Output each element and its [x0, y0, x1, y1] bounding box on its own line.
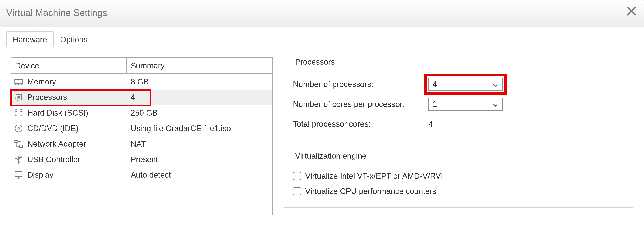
- device-summary: 8 GB: [127, 77, 272, 86]
- usb-icon: [13, 155, 24, 164]
- titlebar: Virtual Machine Settings: [0, 0, 644, 27]
- close-icon: [626, 6, 637, 17]
- device-row-cd[interactable]: CD/DVD (IDE)Using file QradarCE-file1.is…: [12, 121, 272, 136]
- device-summary: NAT: [127, 139, 272, 148]
- checkbox-virt-perf[interactable]: [293, 187, 301, 195]
- processors-group: Processors Number of processors: 4: [284, 57, 633, 143]
- label-virt-vtx[interactable]: Virtualize Intel VT-x/EPT or AMD-V/RVI: [305, 172, 443, 181]
- window-title: Virtual Machine Settings: [6, 4, 107, 18]
- device-row-memory[interactable]: Memory8 GB: [12, 74, 272, 90]
- tab-options[interactable]: Options: [54, 31, 94, 46]
- device-row-net[interactable]: Network AdapterNAT: [12, 136, 272, 152]
- device-name: CD/DVD (IDE): [27, 124, 78, 133]
- combo-num-processors-value: 4: [432, 80, 492, 89]
- label-num-processors: Number of processors:: [293, 80, 423, 89]
- combo-cores-value: 1: [432, 100, 492, 109]
- label-virt-perf[interactable]: Virtualize CPU performance counters: [305, 187, 436, 196]
- device-table-header: Device Summary: [12, 58, 272, 74]
- combo-cores[interactable]: 1: [428, 98, 502, 111]
- virt-engine-group: Virtualization engine Virtualize Intel V…: [284, 151, 633, 208]
- device-summary: Using file QradarCE-file1.iso: [127, 124, 272, 133]
- cd-icon: [13, 124, 24, 133]
- vm-settings-window: Virtual Machine Settings Hardware Option…: [0, 0, 644, 226]
- header-summary[interactable]: Summary: [127, 58, 272, 73]
- disk-icon: [13, 108, 24, 118]
- device-name: Hard Disk (SCSI): [27, 108, 88, 117]
- device-summary: Present: [127, 155, 272, 164]
- device-name: Display: [27, 170, 53, 180]
- device-row-display[interactable]: DisplayAuto detect: [12, 167, 272, 183]
- combo-num-processors[interactable]: 4: [428, 78, 502, 91]
- chevron-down-icon: [492, 81, 498, 87]
- tabstrip: Hardware Options: [6, 31, 94, 46]
- checkbox-virt-vtx[interactable]: [293, 172, 301, 180]
- device-summary: Auto detect: [127, 170, 272, 180]
- cfg-row-total: Total processor cores: 4: [293, 114, 624, 134]
- label-cores: Number of cores per processor:: [293, 100, 423, 109]
- device-row-disk[interactable]: Hard Disk (SCSI)250 GB: [12, 105, 272, 121]
- cfg-row-num-processors: Number of processors: 4: [293, 74, 624, 94]
- device-name: Processors: [27, 93, 67, 102]
- device-row-usb[interactable]: USB ControllerPresent: [12, 152, 272, 167]
- device-summary: 4: [127, 93, 272, 102]
- header-device[interactable]: Device: [12, 58, 127, 73]
- cpu-icon: [13, 93, 24, 102]
- net-icon: [13, 139, 24, 149]
- device-name: Memory: [27, 77, 56, 86]
- cfg-row-cores: Number of cores per processor: 1: [293, 94, 624, 114]
- chk-row-perf: Virtualize CPU performance counters: [293, 184, 624, 199]
- config-panel: Processors Number of processors: 4: [284, 57, 633, 215]
- tab-hardware[interactable]: Hardware: [6, 31, 54, 46]
- device-row-cpu[interactable]: Processors4: [12, 90, 272, 105]
- device-name: Network Adapter: [27, 139, 86, 148]
- processors-legend: Processors: [293, 57, 337, 66]
- chk-row-vtx: Virtualize Intel VT-x/EPT or AMD-V/RVI: [293, 168, 624, 184]
- virt-engine-legend: Virtualization engine: [293, 151, 368, 161]
- display-icon: [13, 170, 24, 180]
- chevron-down-icon: [492, 101, 498, 107]
- device-table: Device Summary Memory8 GBProcessors4Hard…: [11, 57, 273, 215]
- dialog-body: Device Summary Memory8 GBProcessors4Hard…: [1, 47, 643, 225]
- memory-icon: [13, 77, 24, 86]
- close-button[interactable]: [626, 6, 637, 17]
- label-total-cores: Total processor cores:: [293, 120, 423, 129]
- device-summary: 250 GB: [127, 108, 272, 117]
- value-total-cores: 4: [428, 120, 433, 129]
- device-name: USB Controller: [27, 155, 80, 164]
